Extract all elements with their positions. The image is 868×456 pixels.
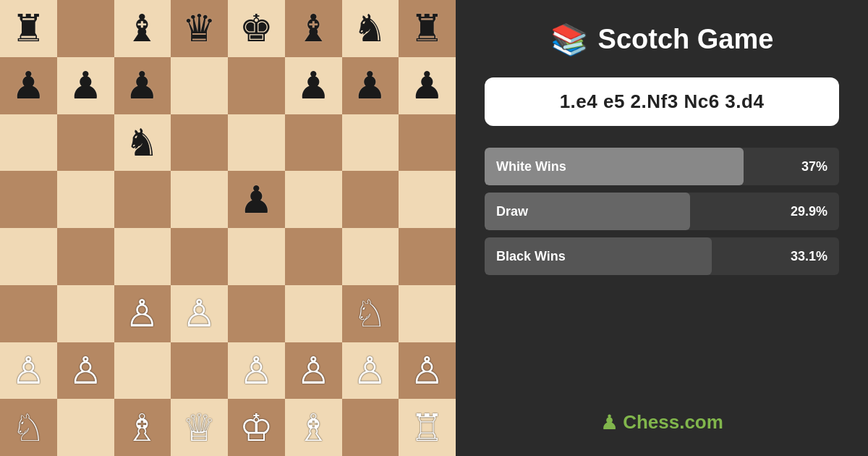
square-r7c7: ♖ xyxy=(399,399,456,456)
piece-wp-r6c1: ♙ xyxy=(69,352,103,389)
square-r2c1 xyxy=(57,114,114,172)
square-r6c4: ♙ xyxy=(228,342,285,400)
piece-wp-r6c0: ♙ xyxy=(12,352,46,389)
piece-bp-r1c0: ♟ xyxy=(12,67,46,104)
square-r2c7 xyxy=(399,114,456,172)
piece-bb-r0c2: ♝ xyxy=(125,9,159,47)
piece-wp-r6c6: ♙ xyxy=(353,352,387,389)
opening-title: Scotch Game xyxy=(598,24,774,55)
piece-wp-r5c2: ♙ xyxy=(125,295,159,332)
square-r6c2 xyxy=(114,342,171,400)
piece-wp-r5c3: ♙ xyxy=(182,295,216,332)
info-panel: 📚 Scotch Game 1.e4 e5 2.Nf3 Nc6 3.d4 Whi… xyxy=(456,0,868,456)
square-r0c7: ♜ xyxy=(399,0,456,57)
piece-wp-r6c4: ♙ xyxy=(239,352,273,389)
square-r7c0: ♘ xyxy=(0,399,57,456)
square-r4c7 xyxy=(399,228,456,285)
square-r3c6 xyxy=(342,171,399,228)
square-r5c2: ♙ xyxy=(114,285,171,342)
square-r5c1 xyxy=(57,285,114,342)
book-icon: 📚 xyxy=(550,22,588,57)
square-r1c1: ♟ xyxy=(57,57,114,114)
draw-pct: 29.9% xyxy=(791,204,839,219)
piece-bb-r0c5: ♝ xyxy=(297,9,331,47)
moves-text: 1.e4 e5 2.Nf3 Nc6 3.d4 xyxy=(560,90,765,112)
square-r4c6 xyxy=(342,228,399,285)
piece-wp-r6c7: ♙ xyxy=(410,352,444,389)
square-r7c5: ♗ xyxy=(285,399,342,456)
square-r3c1 xyxy=(57,171,114,228)
square-r1c2: ♟ xyxy=(114,57,171,114)
square-r6c6: ♙ xyxy=(342,342,399,400)
square-r7c2: ♗ xyxy=(114,399,171,456)
chess-board-section: ♜♝♛♚♝♞♜♟♟♟♟♟♟♞♟♙♙♘♙♙♙♙♙♙♘♗♕♔♗♖ xyxy=(0,0,456,456)
square-r4c0 xyxy=(0,228,57,285)
square-r6c3 xyxy=(171,342,228,400)
chess-logo-plain: Chess xyxy=(623,411,679,433)
square-r0c3: ♛ xyxy=(171,0,228,57)
square-r7c1 xyxy=(57,399,114,456)
piece-bn-r2c2: ♞ xyxy=(125,124,159,161)
square-r3c0 xyxy=(0,171,57,228)
piece-wq-r7c3: ♕ xyxy=(182,409,216,447)
square-r3c2 xyxy=(114,171,171,228)
square-r2c0 xyxy=(0,114,57,172)
piece-wn-r5c6: ♘ xyxy=(353,295,387,332)
chess-pawn-icon: ♟ xyxy=(600,410,618,434)
square-r0c1 xyxy=(57,0,114,57)
black-wins-pct: 33.1% xyxy=(791,249,839,264)
moves-box: 1.e4 e5 2.Nf3 Nc6 3.d4 xyxy=(485,77,839,126)
square-r2c6 xyxy=(342,114,399,172)
square-r1c3 xyxy=(171,57,228,114)
piece-bp-r1c7: ♟ xyxy=(410,67,444,104)
piece-bp-r1c1: ♟ xyxy=(69,67,103,104)
square-r7c4: ♔ xyxy=(228,399,285,456)
piece-br-r0c0: ♜ xyxy=(12,9,46,47)
square-r3c3 xyxy=(171,171,228,228)
white-wins-row: White Wins 37% xyxy=(485,148,839,185)
piece-bp-r1c6: ♟ xyxy=(353,67,387,104)
square-r0c0: ♜ xyxy=(0,0,57,57)
piece-br-r0c7: ♜ xyxy=(410,9,444,47)
square-r6c1: ♙ xyxy=(57,342,114,400)
black-wins-row: Black Wins 33.1% xyxy=(485,237,839,275)
square-r5c6: ♘ xyxy=(342,285,399,342)
square-r3c4: ♟ xyxy=(228,171,285,228)
black-wins-label: Black Wins xyxy=(485,249,791,264)
square-r6c0: ♙ xyxy=(0,342,57,400)
opening-header: 📚 Scotch Game xyxy=(485,22,839,57)
piece-wp-r6c5: ♙ xyxy=(297,352,331,389)
square-r2c5 xyxy=(285,114,342,172)
square-r7c6 xyxy=(342,399,399,456)
square-r7c3: ♕ xyxy=(171,399,228,456)
square-r6c7: ♙ xyxy=(399,342,456,400)
piece-wr-r7c7: ♖ xyxy=(410,409,444,447)
white-wins-pct: 37% xyxy=(801,159,839,174)
square-r4c2 xyxy=(114,228,171,285)
piece-bp-r3c4: ♟ xyxy=(239,181,273,219)
piece-bk-r0c4: ♚ xyxy=(239,9,273,47)
piece-wb-r7c5: ♗ xyxy=(297,409,331,447)
piece-wb-r7c2: ♗ xyxy=(125,409,159,447)
square-r1c4 xyxy=(228,57,285,114)
square-r1c5: ♟ xyxy=(285,57,342,114)
piece-wk-r7c4: ♔ xyxy=(239,409,273,447)
square-r4c5 xyxy=(285,228,342,285)
piece-wn-r7c0: ♘ xyxy=(12,409,46,447)
chessboard: ♜♝♛♚♝♞♜♟♟♟♟♟♟♞♟♙♙♘♙♙♙♙♙♙♘♗♕♔♗♖ xyxy=(0,0,456,456)
draw-row: Draw 29.9% xyxy=(485,193,839,230)
square-r5c0 xyxy=(0,285,57,342)
square-r3c7 xyxy=(399,171,456,228)
square-r5c4 xyxy=(228,285,285,342)
square-r5c3: ♙ xyxy=(171,285,228,342)
square-r1c6: ♟ xyxy=(342,57,399,114)
stats-section: White Wins 37% Draw 29.9% Black Wins 33.… xyxy=(485,148,839,275)
square-r2c4 xyxy=(228,114,285,172)
square-r3c5 xyxy=(285,171,342,228)
square-r0c6: ♞ xyxy=(342,0,399,57)
square-r4c3 xyxy=(171,228,228,285)
square-r6c5: ♙ xyxy=(285,342,342,400)
square-r0c4: ♚ xyxy=(228,0,285,57)
piece-bp-r1c2: ♟ xyxy=(125,67,159,104)
square-r5c5 xyxy=(285,285,342,342)
